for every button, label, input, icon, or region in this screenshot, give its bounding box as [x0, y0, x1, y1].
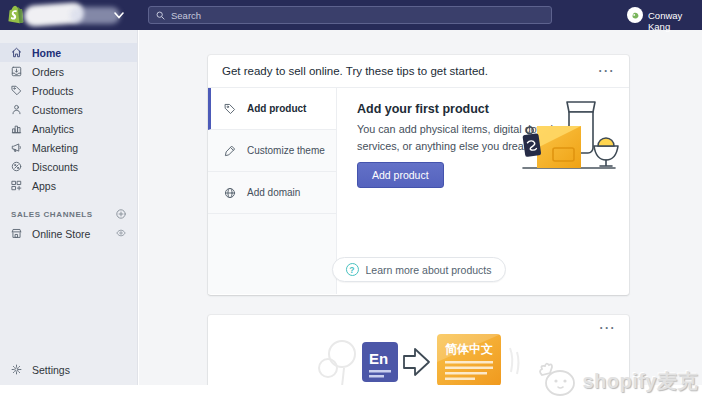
overflow-menu-icon[interactable]: ···: [600, 322, 617, 334]
setup-card-header: Get ready to sell online. Try these tips…: [208, 55, 629, 88]
chinese-tile: 简体中文: [437, 334, 501, 386]
tab-label: Add domain: [247, 187, 300, 198]
sidebar-item-label: Home: [32, 47, 61, 59]
chevron-down-icon[interactable]: [114, 12, 124, 19]
sidebar-item-customers[interactable]: Customers: [0, 100, 137, 119]
brush-icon: [223, 144, 237, 158]
tab-add-domain[interactable]: Add domain: [208, 172, 336, 214]
sidebar-item-label: Discounts: [32, 161, 78, 173]
tag-icon: [223, 102, 237, 116]
watermark-logo-icon: [536, 361, 580, 401]
sidebar: Home Orders Products Customers: [0, 30, 138, 385]
overflow-menu-icon[interactable]: ···: [599, 65, 616, 77]
global-search[interactable]: [148, 6, 552, 24]
sidebar-item-marketing[interactable]: Marketing: [0, 138, 137, 157]
svg-text:En: En: [369, 350, 388, 367]
channel-label: Online Store: [32, 228, 90, 240]
learn-more-link[interactable]: ? Learn more about products: [331, 257, 505, 282]
add-channel-icon[interactable]: [115, 208, 127, 220]
sidebar-item-label: Analytics: [32, 123, 74, 135]
sidebar-item-label: Orders: [32, 66, 64, 78]
sidebar-item-apps[interactable]: Apps: [0, 176, 137, 195]
setup-card-title: Get ready to sell online. Try these tips…: [222, 65, 488, 77]
sidebar-item-analytics[interactable]: Analytics: [0, 119, 137, 138]
question-mark-icon: ?: [345, 263, 358, 276]
sidebar-item-online-store[interactable]: Online Store: [0, 224, 137, 243]
redacted-store-name-smudge: [70, 7, 120, 24]
sidebar-item-orders[interactable]: Orders: [0, 62, 137, 81]
analytics-icon: [10, 122, 23, 135]
products-illustration: [511, 96, 619, 176]
tab-customize-theme[interactable]: Customize theme: [208, 130, 336, 172]
search-input[interactable]: [171, 10, 531, 21]
sidebar-item-label: Customers: [32, 104, 83, 116]
sales-channels-label: SALES CHANNELS: [11, 210, 93, 219]
learn-more-label: Learn more about products: [365, 264, 491, 276]
sidebar-item-label: Marketing: [32, 142, 78, 154]
tab-label: Customize theme: [247, 145, 325, 156]
sidebar-item-label: Apps: [32, 180, 56, 192]
user-menu[interactable]: Conway Kang: [648, 10, 702, 32]
avatar[interactable]: [627, 7, 643, 23]
home-icon: [10, 46, 23, 59]
english-tile: En: [362, 342, 398, 382]
orders-icon: [10, 65, 23, 78]
sales-channels-header: SALES CHANNELS: [0, 206, 137, 222]
globe-icon: [223, 186, 237, 200]
sidebar-item-discounts[interactable]: Discounts: [0, 157, 137, 176]
tab-label: Add product: [247, 103, 306, 114]
watermark-text: shopify麦克: [582, 368, 698, 395]
main-content: Get ready to sell online. Try these tips…: [139, 30, 702, 385]
view-store-icon[interactable]: [115, 225, 127, 243]
watermark: shopify麦克: [536, 361, 698, 401]
content-heading: Add your first product: [357, 102, 489, 116]
marketing-icon: [10, 141, 23, 154]
sidebar-item-settings[interactable]: Settings: [0, 360, 137, 379]
settings-label: Settings: [32, 364, 70, 376]
search-icon: [155, 10, 166, 21]
setup-tabs: Add product Customize theme Add domain: [208, 88, 337, 294]
sidebar-item-label: Products: [32, 85, 73, 97]
tab-add-product[interactable]: Add product: [208, 88, 336, 130]
customers-icon: [10, 103, 23, 116]
avatar-image: [630, 10, 641, 21]
top-bar: Conway Kang: [0, 0, 702, 30]
svg-text:简体中文: 简体中文: [445, 342, 493, 356]
apps-icon: [10, 179, 23, 192]
add-product-button[interactable]: Add product: [357, 162, 444, 188]
store-switcher[interactable]: [0, 0, 132, 30]
gear-icon: [10, 363, 23, 376]
shopify-admin-page: Conway Kang Home Orders Products: [0, 0, 702, 415]
products-tag-icon: [10, 84, 23, 97]
sidebar-item-home[interactable]: Home: [0, 43, 137, 62]
sidebar-nav: Home Orders Products Customers: [0, 43, 137, 195]
sidebar-item-products[interactable]: Products: [0, 81, 137, 100]
setup-guide-card: Get ready to sell online. Try these tips…: [208, 55, 629, 295]
discounts-icon: [10, 160, 23, 173]
storefront-icon: [10, 227, 23, 240]
